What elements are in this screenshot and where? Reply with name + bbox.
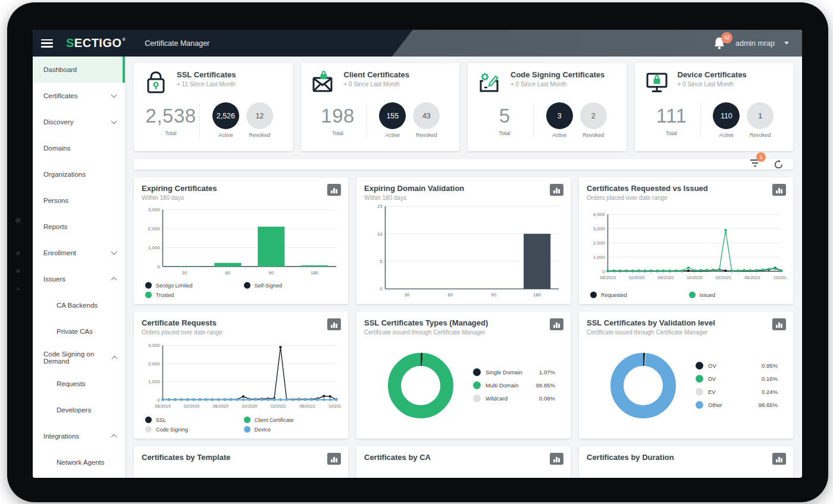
code-signing-icon — [476, 70, 503, 95]
svg-text:60: 60 — [225, 270, 230, 276]
sidebar-item-enrollment[interactable]: Enrollment — [33, 240, 125, 266]
sidebar-item-dashboard[interactable]: Dashboard — [33, 57, 125, 83]
legend-dot — [145, 426, 152, 433]
legend-item: EV0.24% — [696, 386, 778, 399]
chart-card-certificates-by-template: Certificates by Template — [134, 446, 348, 478]
logo-rest: ECTIGO — [74, 36, 122, 50]
legend-dot — [145, 292, 152, 298]
chart-title: Certificate Requests — [142, 318, 223, 327]
svg-text:10/2021: 10/2021 — [774, 275, 786, 280]
chart-legend: SSLClient CertificateCode SigningDevice — [142, 415, 341, 434]
svg-text:2,000: 2,000 — [148, 361, 160, 367]
sidebar-item-certificates[interactable]: Certificates — [33, 83, 125, 109]
sidebar-item-developers[interactable]: Developers — [33, 397, 125, 423]
legend-label: EV — [708, 389, 757, 395]
sidebar-item-label: CA Backends — [57, 302, 98, 309]
menu-hamburger-icon[interactable] — [41, 39, 53, 48]
bar-chart-icon[interactable] — [772, 318, 786, 330]
ssl-validation-donut-chart: OV0.95%DV0.16%EV0.24%Other98.65% — [587, 336, 786, 434]
sidebar-item-label: Integrations — [43, 433, 79, 440]
legend-dot — [244, 426, 250, 433]
sidebar-item-issuers[interactable]: Issuers — [33, 266, 125, 292]
charts-row-2: Certificate Requests Orders placed over … — [134, 312, 793, 439]
sidebar-item-ca-backends[interactable]: CA Backends — [33, 292, 125, 318]
stat-card-ssl-certificates[interactable]: SSL Certificates + 11 Since Last Month 2… — [134, 63, 293, 151]
filter-strip: 1 — [134, 159, 793, 170]
app-window: SECTIGO® Certificate Manager 42 admin mr… — [33, 30, 802, 478]
legend-dot — [696, 388, 703, 396]
stat-card-subtitle: + 0 Since Last Month — [511, 81, 605, 87]
legend-dot — [696, 375, 703, 383]
svg-text:90: 90 — [268, 270, 274, 276]
legend-label: Device — [255, 427, 271, 433]
bar-chart-icon[interactable] — [550, 453, 563, 465]
legend-dot — [244, 417, 250, 423]
stat-card-subtitle: + 11 Since Last Month — [177, 81, 236, 87]
svg-text:1,000: 1,000 — [593, 255, 605, 260]
active-label: Active — [713, 132, 740, 138]
legend-item: Sectigo Limited — [145, 282, 240, 289]
sidebar-item-organizations[interactable]: Organizations — [33, 161, 125, 187]
legend-label: DV — [708, 375, 757, 382]
bar-chart-icon[interactable] — [772, 453, 786, 465]
legend-item: Self-Signed — [244, 282, 339, 289]
notifications-button[interactable]: 42 — [713, 36, 727, 51]
chart-subtitle: Within 180 days — [142, 195, 217, 201]
sidebar-item-integrations[interactable]: Integrations — [33, 423, 125, 449]
user-menu[interactable]: admin mrap — [735, 39, 775, 48]
device-monitor-lock-icon — [643, 70, 671, 95]
svg-text:2,000: 2,000 — [148, 226, 160, 231]
legend-dot — [696, 362, 703, 370]
bar-chart-icon[interactable] — [327, 184, 341, 196]
sidebar-item-persons[interactable]: Persons — [33, 187, 125, 214]
sidebar-item-reports[interactable]: Reports — [33, 214, 125, 240]
stat-card-device-certificates[interactable]: Device Certificates + 0 Since Last Month… — [635, 63, 794, 151]
filter-button[interactable]: 1 — [750, 159, 760, 170]
bar-chart-icon[interactable] — [550, 184, 563, 196]
stat-card-title: Device Certificates — [678, 70, 747, 79]
legend-item: Client Certificate — [244, 417, 339, 423]
sidebar-item-label: Certificates — [43, 92, 78, 99]
sidebar-item-private-cas[interactable]: Private CAs — [33, 318, 125, 345]
stats-row: SSL Certificates + 11 Since Last Month 2… — [134, 63, 793, 151]
sidebar-item-label: Discovery — [43, 118, 73, 126]
legend-dot — [696, 401, 703, 409]
chevron-down-icon[interactable] — [784, 42, 789, 45]
legend-label: Trusted — [156, 292, 174, 298]
svg-text:06/2019: 06/2019 — [155, 403, 171, 409]
legend-item: Single Domain1.07% — [473, 366, 555, 379]
chart-subtitle: Orders placed over date range — [587, 195, 708, 201]
bar-chart-icon[interactable] — [772, 184, 786, 196]
sectigo-logo: SECTIGO® — [66, 36, 126, 50]
sidebar-item-requests[interactable]: Requests — [33, 371, 125, 397]
charts-row-1: Expiring Certificates Within 180 days 01… — [134, 177, 793, 304]
svg-text:15: 15 — [377, 204, 383, 209]
sidebar-item-domains[interactable]: Domains — [33, 135, 125, 161]
svg-text:30: 30 — [182, 270, 187, 276]
legend-label: Requested — [601, 292, 627, 298]
sidebar-item-discovery[interactable]: Discovery — [33, 109, 125, 135]
chart-subtitle: Within 180 days — [364, 195, 464, 201]
stat-card-client-certificates[interactable]: Client Certificates + 0 Since Last Month… — [301, 63, 460, 151]
expiring-domain-validation-chart: 051015306090180 — [364, 201, 563, 299]
chart-card-expiring-domain-validation: Expiring Domain Validation Within 180 da… — [356, 177, 571, 304]
bar-chart-icon[interactable] — [327, 318, 341, 330]
svg-text:0: 0 — [157, 397, 160, 403]
sidebar-item-label: Reports — [43, 223, 67, 230]
sidebar-item-code-signing-on-demand[interactable]: Code Signing on Demand — [33, 345, 125, 371]
legend-label: OV — [708, 362, 757, 369]
total-label: Total — [309, 130, 367, 136]
legend-percent: 1.07% — [539, 369, 555, 375]
topbar: SECTIGO® Certificate Manager 42 admin mr… — [33, 30, 802, 57]
svg-text:06/2020: 06/2020 — [657, 275, 674, 280]
bezel-camera-dot — [15, 218, 21, 223]
bar-chart-icon[interactable] — [327, 453, 341, 465]
refresh-button[interactable] — [774, 159, 784, 170]
bezel-button-dot — [17, 287, 20, 290]
stat-card-code-signing-certificates[interactable]: Code Signing Certificates + 0 Since Last… — [468, 63, 627, 151]
sidebar-item-network-agents[interactable]: Network Agents — [33, 449, 125, 475]
active-count-badge: 3 — [546, 102, 573, 129]
bar-chart-icon[interactable] — [550, 318, 563, 330]
svg-text:02/2021: 02/2021 — [716, 275, 732, 280]
sidebar-item-label: Persons — [43, 197, 68, 204]
